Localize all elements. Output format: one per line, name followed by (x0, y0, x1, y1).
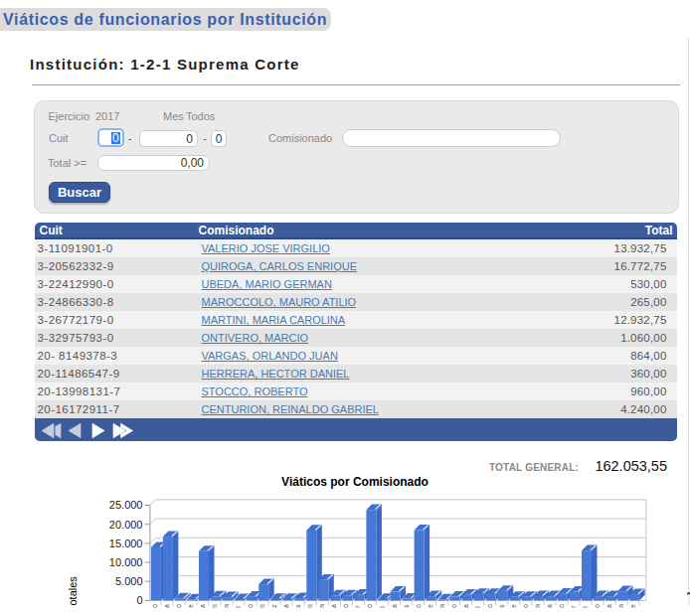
svg-text:o: o (486, 604, 493, 608)
svg-text:o: o (306, 604, 313, 608)
svg-text:r: r (354, 605, 361, 608)
svg-text:25.000: 25.000 (109, 499, 143, 511)
svg-text:o: o (366, 604, 373, 608)
svg-text:a: a (163, 604, 170, 608)
svg-text:l: l (379, 606, 386, 608)
svg-text:n: n (617, 604, 624, 608)
svg-text:20.000: 20.000 (109, 519, 143, 531)
svg-text:l: l (235, 606, 242, 608)
svg-text:o: o (211, 604, 218, 608)
svg-text:15.000: 15.000 (109, 538, 143, 549)
svg-text:e: e (510, 604, 517, 608)
svg-text:o: o (558, 604, 565, 608)
svg-text:n: n (534, 604, 541, 608)
svg-text:o: o (342, 604, 349, 608)
svg-text:o: o (259, 604, 265, 608)
svg-text:s: s (498, 604, 505, 608)
svg-text:a: a (391, 604, 398, 608)
svg-text:l: l (474, 606, 481, 608)
svg-text:o: o (247, 604, 254, 608)
svg-text:e: e (629, 604, 636, 608)
svg-text:otales: otales (67, 576, 79, 606)
svg-text:l: l (582, 606, 589, 608)
svg-text:e: e (187, 604, 194, 608)
svg-text:a: a (605, 604, 612, 608)
svg-text:s: s (403, 604, 410, 608)
svg-text:o: o (450, 604, 457, 608)
svg-text:o: o (175, 604, 182, 608)
svg-text:o: o (151, 604, 158, 608)
svg-text:a: a (462, 604, 469, 608)
svg-text:5.000: 5.000 (115, 575, 143, 587)
svg-text:o: o (594, 604, 601, 608)
svg-text:z: z (270, 605, 277, 608)
svg-text:a: a (199, 604, 206, 608)
svg-text:e: e (427, 604, 433, 608)
svg-text:n: n (318, 604, 325, 608)
svg-text:a: a (546, 604, 553, 608)
svg-text:0: 0 (136, 594, 142, 606)
svg-text:r: r (570, 605, 577, 608)
svg-text:a: a (282, 604, 289, 608)
svg-text:Viáticos por Comisionado: Viáticos por Comisionado (281, 475, 429, 489)
svg-text:o: o (522, 604, 529, 608)
svg-text:n: n (438, 604, 445, 608)
svg-text:a: a (330, 604, 337, 608)
svg-text:o: o (415, 604, 422, 608)
svg-text:s: s (294, 604, 301, 608)
svg-text:10.000: 10.000 (109, 556, 143, 568)
svg-text:n: n (223, 604, 230, 608)
